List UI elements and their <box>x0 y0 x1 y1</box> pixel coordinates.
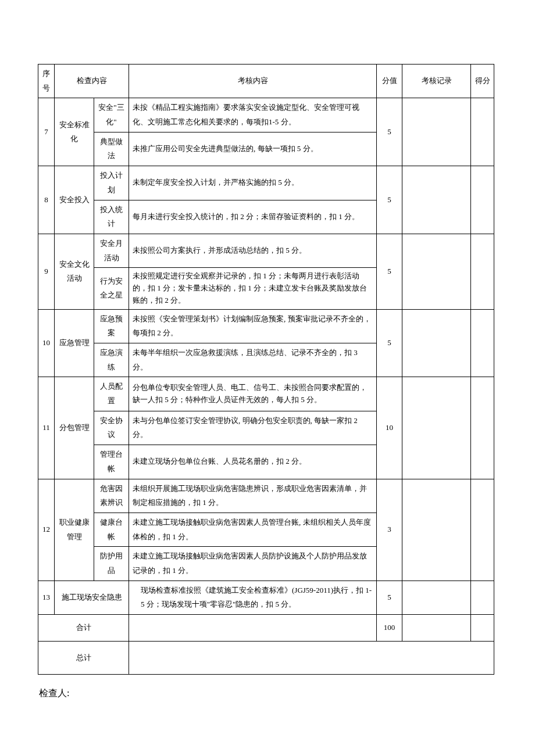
cell-seq: 12 <box>38 479 55 581</box>
subtotal-score: 100 <box>377 615 402 642</box>
cell-score: 5 <box>377 234 402 309</box>
cell-content: 未与分包单位签订安全管理协议, 明确分包安全职责的, 每缺一家扣 2 分。 <box>129 411 377 445</box>
cell-score: 3 <box>377 479 402 581</box>
cell-record <box>402 581 471 614</box>
cell-sub: 安全月活动 <box>94 234 129 267</box>
table-row: 13 施工现场安全隐患 现场检查标准按照《建筑施工安全检查标准》(JGJ59-2… <box>38 581 494 614</box>
cell-category: 安全标准化 <box>55 98 94 166</box>
table-row: 11 分包管理 人员配置 分包单位专职安全管理人员、电工、信号工、未按照合同要求… <box>38 377 494 411</box>
cell-got <box>471 234 494 309</box>
cell-score: 5 <box>377 98 402 166</box>
cell-content: 未按照公司方案执行，并形成活动总结的，扣 5 分。 <box>129 234 377 267</box>
cell-content: 未建立施工现场接触职业病危害因素人员防护设施及个人防护用品发放记录的，扣 1 分… <box>129 547 377 581</box>
table-row: 9 安全文化活动 安全月活动 未按照公司方案执行，并形成活动总结的，扣 5 分。… <box>38 234 494 267</box>
cell-category: 职业健康管理 <box>55 479 94 581</box>
subtotal-record <box>402 615 471 642</box>
cell-content: 未推广应用公司安全先进典型做法的, 每缺一项扣 5 分。 <box>129 132 377 166</box>
table-row: 12 职业健康管理 危害因素辨识 未组织开展施工现场职业病危害隐患辨识，形成职业… <box>38 479 494 513</box>
cell-score: 10 <box>377 377 402 479</box>
cell-content: 未按照《安全管理策划书》计划编制应急预案, 预案审批记录不齐全的，每项扣 2 分… <box>129 309 377 343</box>
cell-sub: 应急预案 <box>94 309 129 343</box>
table-row: 8 安全投入 投入计划 未制定年度安全投入计划，并严格实施的扣 5 分。 5 <box>38 166 494 200</box>
cell-seq: 11 <box>38 377 55 479</box>
total-empty <box>129 641 494 675</box>
cell-got <box>471 581 494 614</box>
cell-got <box>471 309 494 377</box>
table-row: 10 应急管理 应急预案 未按照《安全管理策划书》计划编制应急预案, 预案审批记… <box>38 309 494 343</box>
cell-seq: 9 <box>38 234 55 309</box>
cell-sub: 安全协议 <box>94 411 129 445</box>
total-row: 总计 <box>38 641 494 675</box>
cell-category: 安全投入 <box>55 166 94 234</box>
cell-sub: 健康台帐 <box>94 513 129 546</box>
cell-record <box>402 98 471 166</box>
cell-content: 未按《精品工程实施指南》要求落实安全设施定型化、安全管理可视化、文明施工常态化相… <box>129 98 377 132</box>
cell-category: 分包管理 <box>55 377 94 479</box>
cell-got <box>471 166 494 234</box>
hdr-category: 检查内容 <box>55 65 129 98</box>
cell-seq: 7 <box>38 98 55 166</box>
cell-content: 未制定年度安全投入计划，并严格实施的扣 5 分。 <box>129 166 377 200</box>
total-label: 总计 <box>38 641 129 675</box>
hdr-seq: 序号 <box>38 65 55 98</box>
hdr-score: 分值 <box>377 65 402 98</box>
cell-seq: 8 <box>38 166 55 234</box>
cell-content: 分包单位专职安全管理人员、电工、信号工、未按照合同要求配置的，缺一人扣 5 分；… <box>129 377 377 411</box>
cell-content: 未建立现场分包单位台账、人员花名册的，扣 2 分。 <box>129 445 377 479</box>
subtotal-empty <box>129 615 377 642</box>
cell-category: 施工现场安全隐患 <box>55 581 129 614</box>
cell-sub: 典型做法 <box>94 132 129 166</box>
cell-sub: 应急演练 <box>94 343 129 377</box>
cell-content: 未组织开展施工现场职业病危害隐患辨识，形成职业危害因素清单，并制定相应措施的，扣… <box>129 479 377 513</box>
hdr-content: 考核内容 <box>129 65 377 98</box>
cell-sub: 投入计划 <box>94 166 129 200</box>
cell-category: 安全文化活动 <box>55 234 94 309</box>
cell-record <box>402 166 471 234</box>
cell-sub: 人员配置 <box>94 377 129 411</box>
hdr-got: 得分 <box>471 65 494 98</box>
cell-content: 现场检查标准按照《建筑施工安全检查标准》(JGJ59-2011)执行，扣 1-5… <box>129 581 377 614</box>
subtotal-got <box>471 615 494 642</box>
cell-seq: 10 <box>38 309 55 377</box>
table-row: 7 安全标准化 安全"三化" 未按《精品工程实施指南》要求落实安全设施定型化、安… <box>38 98 494 132</box>
cell-sub: 管理台帐 <box>94 445 129 479</box>
cell-content: 每月未进行安全投入统计的，扣 2 分；未留存验证资料的，扣 1 分。 <box>129 200 377 234</box>
hdr-record: 考核记录 <box>402 65 471 98</box>
cell-got <box>471 98 494 166</box>
cell-sub: 投入统计 <box>94 200 129 234</box>
cell-record <box>402 309 471 377</box>
cell-got <box>471 377 494 479</box>
cell-category: 应急管理 <box>55 309 94 377</box>
cell-score: 5 <box>377 581 402 614</box>
cell-seq: 13 <box>38 581 55 614</box>
cell-score: 5 <box>377 309 402 377</box>
header-row: 序号 检查内容 考核内容 分值 考核记录 得分 <box>38 65 494 98</box>
subtotal-label: 合计 <box>38 615 129 642</box>
assessment-table: 序号 检查内容 考核内容 分值 考核记录 得分 7 安全标准化 安全"三化" 未… <box>38 64 494 675</box>
cell-score: 5 <box>377 166 402 234</box>
cell-got <box>471 479 494 581</box>
cell-record <box>402 377 471 479</box>
cell-content: 未每半年组织一次应急救援演练，且演练总结、记录不齐全的，扣 3 分。 <box>129 343 377 377</box>
cell-sub: 防护用品 <box>94 547 129 581</box>
cell-record <box>402 479 471 581</box>
cell-sub: 危害因素辨识 <box>94 479 129 513</box>
signature-line: 检查人: <box>38 687 494 700</box>
cell-record <box>402 234 471 309</box>
subtotal-row: 合计 100 <box>38 615 494 642</box>
cell-sub: 安全"三化" <box>94 98 129 132</box>
cell-content: 未建立施工现场接触职业病危害因素人员管理台账, 未组织相关人员年度体检的，扣 1… <box>129 513 377 546</box>
cell-content: 未按照规定进行安全观察并记录的，扣 1 分；未每两月进行表彰活动的，扣 1 分；… <box>129 268 377 309</box>
cell-sub: 行为安全之星 <box>94 268 129 309</box>
